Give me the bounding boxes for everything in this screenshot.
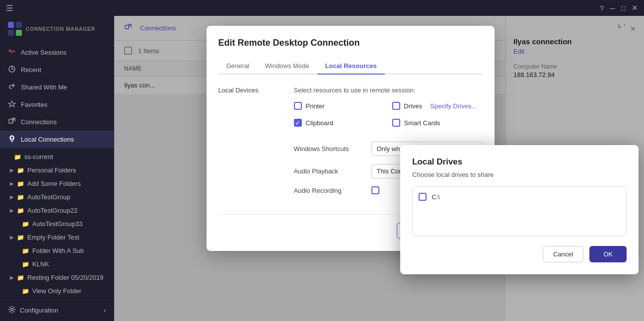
activity-icon — [8, 48, 16, 57]
sidebar-item-connections[interactable]: Connections — [0, 113, 114, 131]
folder-icon-viewonly: 📁 — [22, 288, 29, 295]
map-pin-icon — [8, 135, 16, 144]
folder-autotestgroup33[interactable]: 📁 AutoTestGroup33 — [0, 217, 114, 231]
chevron-personal-icon: ▶ — [10, 167, 14, 173]
folder-autotestgroup[interactable]: ▶ 📁 AutoTestGroup — [0, 190, 114, 204]
folder-klnk[interactable]: 📁 KLNK — [0, 257, 114, 271]
drives-list: C:\ — [412, 186, 627, 236]
star-icon — [8, 100, 16, 109]
folder-label-resting: Resting Folder 05/20/2019 — [27, 274, 103, 281]
specify-drives-link[interactable]: Specify Drives... — [430, 102, 477, 110]
dialog-local-drives: Local Drives Choose local drives to shar… — [400, 145, 639, 274]
local-devices-label: Local Devices — [218, 86, 278, 94]
folder-icon-withsub: 📁 — [22, 247, 29, 254]
svg-point-4 — [11, 309, 13, 311]
sidebar-item-favorites[interactable]: Favorites — [0, 96, 114, 113]
audio-playback-label: Audio Playback — [294, 167, 363, 175]
tab-general[interactable]: General — [218, 58, 257, 75]
folder-ss-current[interactable]: 📁 ss-current — [0, 150, 114, 163]
top-bar-left: ☰ — [6, 3, 13, 13]
folder-add-some[interactable]: ▶ 📁 Add Some Folders — [0, 177, 114, 190]
folder-icon-add: 📁 — [17, 180, 24, 187]
maximize-icon[interactable]: □ — [621, 4, 626, 12]
folder-icon-empty: 📁 — [17, 234, 24, 241]
sidebar-item-label-shared-with-me: Shared With Me — [21, 83, 67, 91]
drives-dialog-footer: Cancel OK — [412, 246, 627, 262]
sidebar-brand: CONNECTION MANAGER — [0, 16, 114, 42]
select-resources-hint: Select resources to use in remote sessio… — [294, 86, 483, 94]
sidebar-bottom-configuration[interactable]: Configuration ‹ — [0, 299, 114, 321]
folder-label-atg22: AutoTestGroup22 — [27, 207, 77, 214]
local-devices-section: Local Devices — [218, 86, 278, 202]
dialog-title: Edit Remote Desktop Connection — [218, 38, 483, 48]
checkbox-drives-row: Drives Specify Drives... — [392, 102, 483, 110]
sidebar-item-recent[interactable]: Recent — [0, 61, 114, 79]
sidebar-item-label-local-connections: Local Connections — [21, 136, 74, 143]
folder-label-empty: Empty Folder Test — [27, 234, 79, 241]
svg-marker-1 — [8, 101, 15, 107]
chevron-empty-icon: ▶ — [10, 235, 14, 240]
drives-dialog-title: Local Drives — [412, 157, 627, 167]
chevron-add-icon: ▶ — [10, 181, 14, 186]
menu-icon[interactable]: ☰ — [6, 3, 13, 13]
drives-dialog-hint: Choose local drives to share — [412, 171, 627, 178]
minimize-icon[interactable]: ─ — [610, 4, 615, 12]
folder-icon-resting: 📁 — [17, 274, 24, 281]
sidebar-collapse-icon[interactable]: ‹ — [104, 307, 106, 314]
folder-icon-personal: 📁 — [17, 167, 24, 174]
sidebar-item-local-connections[interactable]: Local Connections — [0, 131, 114, 148]
main-content: Connections 1 Items + NAME T TEMPLATE — [114, 16, 644, 321]
checkbox-smartcards-row: Smart Cards — [392, 119, 483, 127]
drive-c-checkbox[interactable] — [419, 193, 427, 201]
sidebar-item-active-sessions[interactable]: Active Sessions — [0, 44, 114, 61]
sidebar-bottom-label: Configuration — [20, 307, 58, 314]
brand-label: CONNECTION MANAGER — [26, 26, 95, 32]
checkboxes-grid: Printer Drives Specify Drives... ✓ Clipb… — [294, 102, 483, 132]
dialog-tabs: General Windows Mode Local Resources — [218, 58, 483, 75]
checkbox-printer-row: Printer — [294, 102, 384, 110]
share-icon — [8, 82, 16, 92]
checkbox-audio-recording[interactable] — [371, 186, 379, 194]
sidebar: CONNECTION MANAGER Active Sessions Recen… — [0, 16, 114, 321]
sidebar-item-label-favorites: Favorites — [21, 101, 47, 108]
chevron-atg22-icon: ▶ — [10, 208, 14, 213]
tab-local-resources[interactable]: Local Resources — [317, 58, 385, 75]
drives-ok-button[interactable]: OK — [589, 246, 627, 262]
drive-c-label: C:\ — [431, 193, 440, 201]
top-bar-right: ? ─ □ ✕ — [600, 3, 638, 12]
chevron-atg-icon: ▶ — [10, 194, 14, 200]
tab-windows-mode[interactable]: Windows Mode — [257, 58, 317, 75]
sidebar-item-shared-with-me[interactable]: Shared With Me — [0, 79, 114, 96]
brand-icon — [8, 22, 22, 36]
top-bar: ☰ ? ─ □ ✕ — [0, 0, 644, 16]
chevron-resting-icon: ▶ — [10, 275, 14, 280]
checkbox-smartcards[interactable] — [392, 119, 400, 127]
help-icon[interactable]: ? — [600, 4, 604, 12]
folder-autotestgroup22[interactable]: ▶ 📁 AutoTestGroup22 — [0, 204, 114, 217]
folder-resting[interactable]: ▶ 📁 Resting Folder 05/20/2019 — [0, 271, 114, 284]
checkbox-drives-label: Drives — [404, 102, 423, 110]
sidebar-nav: Active Sessions Recent Shared With Me Fa… — [0, 42, 114, 299]
folder-with-sub[interactable]: 📁 Folder With A Sub — [0, 244, 114, 257]
gear-icon — [8, 306, 16, 315]
checkbox-printer[interactable] — [294, 102, 302, 110]
audio-recording-label: Audio Recording — [294, 187, 363, 194]
sidebar-item-label-recent: Recent — [21, 66, 41, 74]
folder-view-only[interactable]: 📁 View Only Folder — [0, 284, 114, 298]
drives-cancel-button[interactable]: Cancel — [543, 246, 583, 262]
folder-icon-klnk: 📁 — [22, 261, 29, 268]
checkbox-smartcards-label: Smart Cards — [404, 119, 440, 127]
folder-icon-atg22: 📁 — [17, 207, 24, 214]
checkbox-drives[interactable] — [392, 102, 400, 110]
checkbox-clipboard[interactable]: ✓ — [294, 119, 302, 127]
windows-shortcuts-label: Windows Shortcuts — [294, 145, 363, 153]
folder-personal[interactable]: ▶ 📁 Personal Folders — [0, 163, 114, 177]
folder-label-withsub: Folder With A Sub — [32, 247, 84, 254]
checkbox-clipboard-row: ✓ Clipboard — [294, 119, 384, 127]
close-icon[interactable]: ✕ — [632, 3, 638, 12]
app-layout: CONNECTION MANAGER Active Sessions Recen… — [0, 16, 644, 321]
folder-label-viewonly: View Only Folder — [32, 287, 81, 295]
folder-empty[interactable]: ▶ 📁 Empty Folder Test — [0, 231, 114, 244]
drive-row-c: C:\ — [419, 193, 620, 201]
external-link-icon — [8, 117, 16, 127]
